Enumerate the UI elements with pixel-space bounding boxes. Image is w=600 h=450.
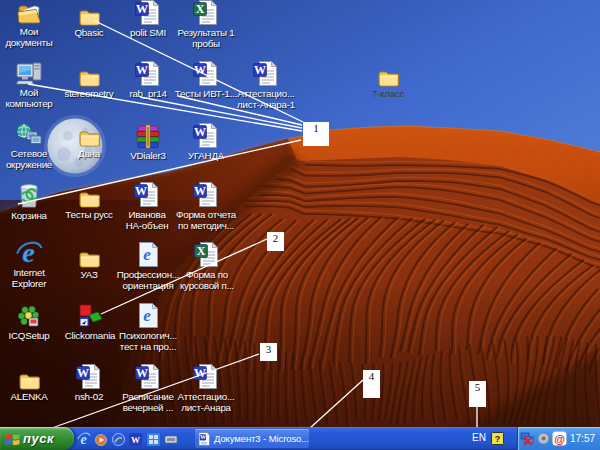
svg-text:@: @ [554,433,565,445]
svg-text:W: W [131,435,140,445]
svg-text:?: ? [495,434,501,444]
svg-text:W: W [200,434,206,440]
